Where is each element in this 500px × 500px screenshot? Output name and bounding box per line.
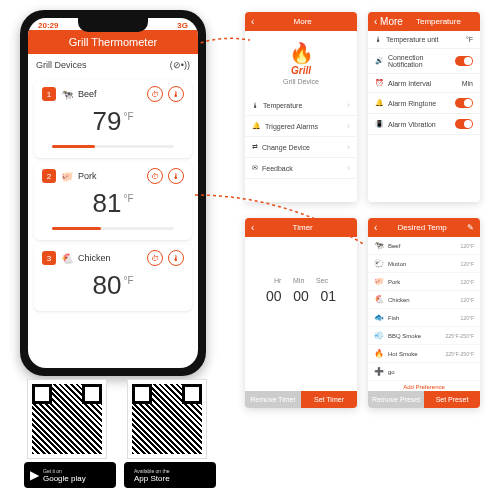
temp-icon[interactable]: 🌡 [168,250,184,266]
speaker-icon: 🔊 [375,57,384,65]
temp-icon[interactable]: 🌡 [168,168,184,184]
toggle-switch[interactable] [455,119,473,129]
qr-app-store [128,380,206,458]
bell-icon: 🔔 [375,99,384,107]
google-play-badge[interactable]: ▶ Get it onGoogle play [24,462,116,488]
preset-row[interactable]: 🐔Chicken120°F [368,291,480,309]
preset-temp: 225°F-250°F [446,351,474,357]
play-icon: ▶ [30,468,39,482]
temp-reading: 81°F [42,184,184,223]
status-net: 3G [177,21,188,30]
section-label: Grill Devices [36,60,87,70]
preset-temp: 225°F-250°F [446,333,474,339]
preset-row[interactable]: 💨BBQ Smoke225°F-250°F [368,327,480,345]
chevron-right-icon: › [347,142,350,152]
meat-name: Beef [78,89,142,99]
more-screen: ‹ More 🔥 Grill Grill Device 🌡Temperature… [245,12,357,202]
timer-icon[interactable]: ⏱ [147,168,163,184]
timer-screen: ‹ Timer Hr Min Sec 00 00 01 Remove Timer… [245,218,357,408]
thermometer-icon: 🌡 [375,36,382,43]
menu-change-device[interactable]: ⇄Change Device› [245,137,357,158]
chevron-right-icon: › [347,121,350,131]
logo-sub: Grill Device [245,78,357,85]
timer-icon[interactable]: ⏱ [147,250,163,266]
bell-icon: 🔔 [252,122,261,130]
meat-name: Chicken [78,253,142,263]
remove-preset-button[interactable]: Remove Preset [368,391,424,408]
meat-name: Pork [78,171,142,181]
desired-temp-screen: ‹ Desired Temp ✎ 🐄Beef120°F🐑Mutton120°F🐖… [368,218,480,408]
edit-icon[interactable]: ✎ [467,223,474,232]
meat-icon: 🐄 [61,89,73,100]
probe-number: 3 [42,251,56,265]
meat-icon: 🐖 [61,171,73,182]
chevron-right-icon: › [347,100,350,110]
menu-temperature[interactable]: 🌡Temperature› [245,95,357,116]
device-card-pork[interactable]: 2 🐖 Pork ⏱ 🌡 81°F [34,162,192,240]
progress-bar [52,145,174,148]
set-timer-button[interactable]: Set Timer [301,391,357,408]
meat-icon: ➕ [374,367,384,376]
phone-frame: 20:29 3G Grill Thermometer Grill Devices… [20,10,206,376]
preset-row[interactable]: 🐟Fish120°F [368,309,480,327]
temp-icon[interactable]: 🌡 [168,86,184,102]
preset-name: Fish [388,315,457,321]
preset-name: go [388,369,470,375]
status-time: 20:29 [38,21,58,30]
clock-icon: ⏰ [375,79,384,87]
timer-icon[interactable]: ⏱ [147,86,163,102]
preset-row[interactable]: 🐖Pork120°F [368,273,480,291]
main-screen: 20:29 3G Grill Thermometer Grill Devices… [28,18,198,368]
preset-name: Beef [388,243,457,249]
meat-icon: 🐔 [374,295,384,304]
preset-temp: 120°F [461,315,474,321]
back-icon[interactable]: ‹ More [374,16,403,27]
device-card-beef[interactable]: 1 🐄 Beef ⏱ 🌡 79°F [34,80,192,158]
preset-name: Chicken [388,297,457,303]
more-header: ‹ More [245,12,357,31]
temp-reading: 79°F [42,102,184,141]
row-conn-notif[interactable]: 🔊Connection Notification [368,49,480,74]
main-header: Grill Thermometer [28,30,198,54]
preset-row[interactable]: 🐄Beef120°F [368,237,480,255]
meat-icon: 🐟 [374,313,384,322]
device-card-chicken[interactable]: 3 🐔 Chicken ⏱ 🌡 80°F [34,244,192,311]
menu-alarms[interactable]: 🔔Triggered Alarms› [245,116,357,137]
temp-settings-screen: ‹ More Temperature 🌡Temperature unit°F 🔊… [368,12,480,202]
progress-bar [52,227,174,230]
back-icon[interactable]: ‹ [374,222,377,233]
menu-feedback[interactable]: ✉Feedback› [245,158,357,179]
back-icon[interactable]: ‹ [251,222,254,233]
back-icon[interactable]: ‹ [251,16,254,27]
temp-reading: 80°F [42,266,184,305]
temp-title: Temperature [416,17,461,26]
row-alarm-vibration[interactable]: 📳Alarm Vibration [368,114,480,135]
bluetooth-icon[interactable]: (⊘•)) [170,60,190,70]
meat-icon: 💨 [374,331,384,340]
phone-icon: 📳 [375,120,384,128]
timer-title: Timer [293,223,313,232]
app-store-badge[interactable]: Available on theApp Store [124,462,216,488]
set-preset-button[interactable]: Set Preset [424,391,480,408]
meat-icon: 🐔 [61,253,73,264]
more-title: More [294,17,312,26]
preset-row[interactable]: 🔥Hot Smoke225°F-250°F [368,345,480,363]
toggle-switch[interactable] [455,56,473,66]
temp-header: ‹ More Temperature [368,12,480,31]
preset-temp: 120°F [461,243,474,249]
preset-temp: 120°F [461,297,474,303]
row-alarm-interval[interactable]: ⏰Alarm IntervalMin [368,74,480,93]
thermometer-icon: 🌡 [252,102,259,109]
preset-row[interactable]: ➕go [368,363,480,381]
row-alarm-ringtone[interactable]: 🔔Alarm Ringtone [368,93,480,114]
toggle-switch[interactable] [455,98,473,108]
timer-picker[interactable]: Hr Min Sec 00 00 01 [245,237,357,304]
mail-icon: ✉ [252,164,258,172]
meat-icon: 🐖 [374,277,384,286]
row-temp-unit[interactable]: 🌡Temperature unit°F [368,31,480,49]
qr-google-play [28,380,106,458]
swap-icon: ⇄ [252,143,258,151]
preset-row[interactable]: 🐑Mutton120°F [368,255,480,273]
chevron-right-icon: › [347,163,350,173]
remove-timer-button[interactable]: Remove Timer [245,391,301,408]
